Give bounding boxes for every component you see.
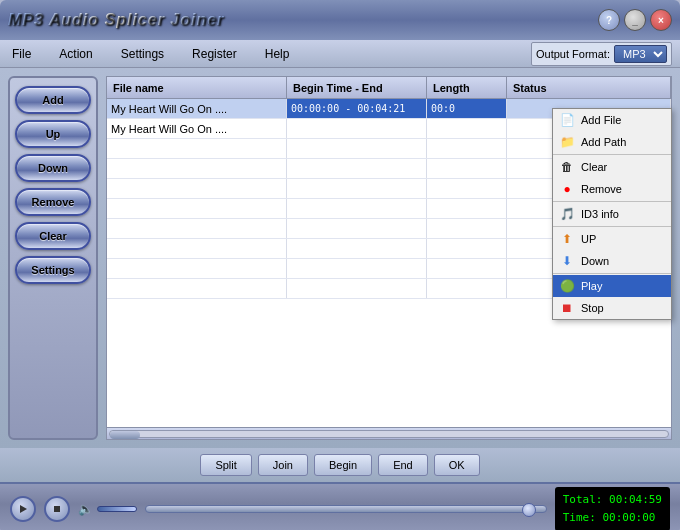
- progress-track[interactable]: [145, 505, 547, 513]
- volume-slider[interactable]: [97, 506, 137, 512]
- down-icon: ⬇: [559, 253, 575, 269]
- horizontal-scrollbar[interactable]: [107, 427, 671, 439]
- player-bar: 🔈 Total: 00:04:59 Time: 00:00:00: [0, 482, 680, 530]
- main-area: Add Up Down Remove Clear Settings File n…: [0, 68, 680, 448]
- col-filename: File name: [107, 77, 287, 98]
- split-button[interactable]: Split: [200, 454, 251, 476]
- bottom-buttons: Split Join Begin End OK: [0, 448, 680, 482]
- remove-button[interactable]: Remove: [15, 188, 91, 216]
- cell-begin-end-0: 00:00:00 - 00:04:21: [287, 99, 427, 118]
- scrollbar-thumb[interactable]: [110, 431, 140, 439]
- ctx-id3-label: ID3 info: [581, 208, 619, 220]
- ctx-remove-label: Remove: [581, 183, 622, 195]
- play-icon: 🟢: [559, 278, 575, 294]
- ctx-down-label: Down: [581, 255, 609, 267]
- stop-button[interactable]: [44, 496, 70, 522]
- volume-icon: 🔈: [78, 502, 93, 516]
- up-icon: ⬆: [559, 231, 575, 247]
- ok-button[interactable]: OK: [434, 454, 480, 476]
- up-button[interactable]: Up: [15, 120, 91, 148]
- end-button[interactable]: End: [378, 454, 428, 476]
- clear-icon: 🗑: [559, 159, 575, 175]
- svg-marker-0: [20, 505, 27, 513]
- cell-begin-end-1: [287, 119, 427, 138]
- ctx-play[interactable]: 🟢 Play: [553, 275, 671, 297]
- ctx-play-label: Play: [581, 280, 602, 292]
- cell-length-1: [427, 119, 507, 138]
- cell-length-0: 00:0: [427, 99, 507, 118]
- menu-action[interactable]: Action: [55, 45, 96, 63]
- cell-filename-0: My Heart Will Go On ....: [107, 99, 287, 118]
- progress-thumb[interactable]: [522, 503, 536, 517]
- menu-bar: File Action Settings Register Help Outpu…: [0, 40, 680, 68]
- ctx-add-path-label: Add Path: [581, 136, 626, 148]
- col-status: Status: [507, 77, 671, 98]
- menu-register[interactable]: Register: [188, 45, 241, 63]
- ctx-up-label: UP: [581, 233, 596, 245]
- menu-file[interactable]: File: [8, 45, 35, 63]
- minimize-button[interactable]: _: [624, 9, 646, 31]
- window-controls: ? _ ×: [598, 9, 672, 31]
- col-length: Length: [427, 77, 507, 98]
- clear-button[interactable]: Clear: [15, 222, 91, 250]
- ctx-separator-4: [553, 273, 671, 274]
- current-time-value: 00:00:00: [602, 511, 655, 524]
- ctx-clear[interactable]: 🗑 Clear: [553, 156, 671, 178]
- ctx-separator-1: [553, 154, 671, 155]
- cell-filename-1: My Heart Will Go On ....: [107, 119, 287, 138]
- total-time-value: 00:04:59: [609, 493, 662, 506]
- ctx-remove[interactable]: ● Remove: [553, 178, 671, 200]
- remove-icon: ●: [559, 181, 575, 197]
- time-display: Total: 00:04:59 Time: 00:00:00: [555, 487, 670, 530]
- add-button[interactable]: Add: [15, 86, 91, 114]
- ctx-id3-info[interactable]: 🎵 ID3 info: [553, 203, 671, 225]
- ctx-stop[interactable]: ⏹ Stop: [553, 297, 671, 319]
- total-time: Total: 00:04:59: [563, 491, 662, 509]
- ctx-down[interactable]: ⬇ Down: [553, 250, 671, 272]
- output-format-label: Output Format:: [536, 48, 610, 60]
- title-bar: MP3 Audio Splicer Joiner ? _ ×: [0, 0, 680, 40]
- time-label: Time:: [563, 511, 596, 524]
- svg-rect-1: [54, 506, 60, 512]
- scrollbar-track[interactable]: [109, 430, 669, 438]
- ctx-stop-label: Stop: [581, 302, 604, 314]
- id3-icon: 🎵: [559, 206, 575, 222]
- add-file-icon: 📄: [559, 112, 575, 128]
- volume-area: 🔈: [78, 502, 137, 516]
- settings-button[interactable]: Settings: [15, 256, 91, 284]
- close-button[interactable]: ×: [650, 9, 672, 31]
- sidebar: Add Up Down Remove Clear Settings: [8, 76, 98, 440]
- output-format-area: Output Format: MP3: [531, 42, 672, 66]
- current-time: Time: 00:00:00: [563, 509, 662, 527]
- ctx-add-path[interactable]: 📁 Add Path: [553, 131, 671, 153]
- output-format-select[interactable]: MP3: [614, 45, 667, 63]
- app-title: MP3 Audio Splicer Joiner: [8, 11, 224, 29]
- ctx-up[interactable]: ⬆ UP: [553, 228, 671, 250]
- begin-button[interactable]: Begin: [314, 454, 372, 476]
- down-button[interactable]: Down: [15, 154, 91, 182]
- ctx-add-file-label: Add File: [581, 114, 621, 126]
- info-button[interactable]: ?: [598, 9, 620, 31]
- play-button[interactable]: [10, 496, 36, 522]
- context-menu: 📄 Add File 📁 Add Path 🗑 Clear ● Remove 🎵…: [552, 108, 672, 320]
- join-button[interactable]: Join: [258, 454, 308, 476]
- stop-icon: ⏹: [559, 300, 575, 316]
- ctx-separator-2: [553, 201, 671, 202]
- col-begin-end: Begin Time - End: [287, 77, 427, 98]
- table-header: File name Begin Time - End Length Status: [107, 77, 671, 99]
- menu-settings[interactable]: Settings: [117, 45, 168, 63]
- ctx-add-file[interactable]: 📄 Add File: [553, 109, 671, 131]
- add-path-icon: 📁: [559, 134, 575, 150]
- ctx-separator-3: [553, 226, 671, 227]
- total-label: Total:: [563, 493, 603, 506]
- menu-help[interactable]: Help: [261, 45, 294, 63]
- ctx-clear-label: Clear: [581, 161, 607, 173]
